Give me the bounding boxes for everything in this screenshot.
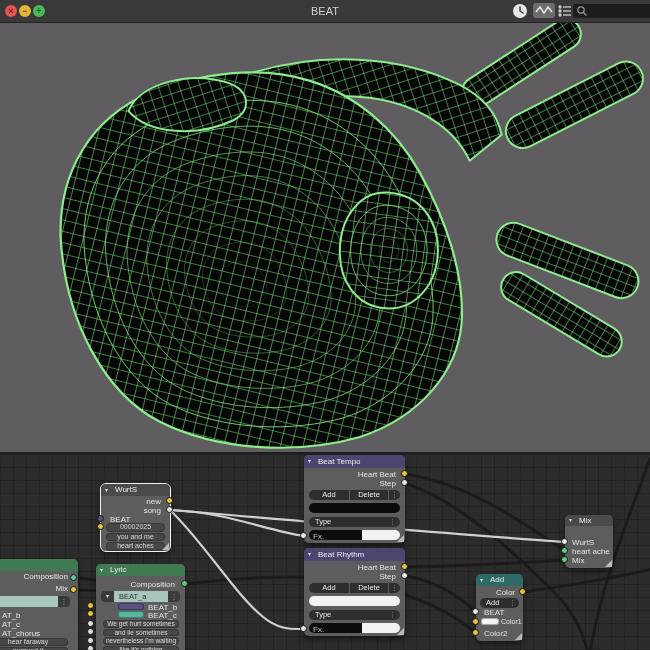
socket-mix-heartache-in[interactable] — [561, 547, 568, 554]
collapse-icon[interactable]: ▾ — [100, 564, 103, 576]
socket-lyric-line-in[interactable] — [87, 620, 94, 627]
socket-wurts-song-out[interactable] — [166, 506, 173, 513]
collapse-icon[interactable]: ▾ — [569, 515, 572, 526]
socket-mix-mix-in[interactable] — [561, 556, 568, 563]
node-beat-rhythm[interactable]: ▾ Beat Rhythm Heart Beat Step Add Delete… — [304, 548, 405, 636]
lyric-value-pill[interactable]: hear faraway — [0, 638, 68, 646]
beat-c-color-swatch[interactable] — [118, 611, 144, 618]
lyric-value-pill[interactable]: nevertheless I'm waiting — [103, 637, 179, 645]
type-dropdown[interactable]: Type — [309, 610, 400, 620]
socket-rhythm-step-out[interactable] — [401, 572, 408, 579]
node-add[interactable]: ▾ Add Color Add ⋮ BEAT Color1 Color2 — [476, 574, 523, 641]
node-add-header[interactable]: ▾ Add — [476, 574, 523, 586]
sequence-bar[interactable] — [309, 596, 400, 606]
socket-add-color-out[interactable] — [519, 588, 526, 595]
viewport-3d[interactable] — [0, 23, 650, 452]
fx-label: Fx. — [313, 532, 324, 541]
socket-wurts-new-out[interactable] — [166, 497, 173, 504]
selector-menu-icon[interactable]: ⋮ — [168, 591, 180, 602]
input-label: heart ache — [572, 547, 610, 556]
collapse-icon[interactable]: ▾ — [480, 574, 483, 586]
selector-dropdown-icon[interactable]: ▾ — [101, 591, 114, 602]
resize-grip[interactable] — [162, 543, 169, 550]
socket-rhythm-heartbeat-out[interactable] — [401, 563, 408, 570]
socket-tempo-heartbeat-out[interactable] — [401, 470, 408, 477]
socket-lyric-composition-out[interactable] — [181, 580, 188, 587]
output-label: song — [144, 506, 161, 515]
node-lyric[interactable]: ▾ Lyric Composition ▾ BEAT_a ⋮ BEAT_b BE… — [96, 564, 185, 650]
socket-lyric-beatb-in[interactable] — [87, 602, 94, 609]
wire-rhythm-step-to-add[interactable] — [405, 576, 476, 612]
output-label: Heart Beat — [358, 470, 396, 479]
node-title: Add — [490, 575, 504, 584]
signal-toggle[interactable] — [533, 3, 555, 18]
menu-dots-icon[interactable]: ⋮ — [389, 583, 400, 593]
socket-tempo-step-out[interactable] — [401, 479, 408, 486]
collapse-icon[interactable]: ▾ — [308, 455, 311, 468]
color1-swatch[interactable] — [481, 618, 499, 625]
node-lyric-header[interactable]: ▾ Lyric — [96, 564, 185, 576]
socket-add-color1-in[interactable] — [472, 618, 479, 625]
output-label: new — [146, 497, 161, 506]
socket-left-mix-out[interactable] — [70, 586, 77, 593]
node-title: Beat Rhythm — [318, 550, 364, 559]
value-pill[interactable]: heart aches — [106, 542, 165, 551]
resize-grip[interactable] — [397, 628, 404, 635]
resize-grip[interactable] — [397, 535, 404, 542]
lyric-selector-field[interactable]: BEAT_a — [114, 591, 173, 602]
socket-lyric-beatc-in[interactable] — [87, 610, 94, 617]
node-left-partial[interactable]: Composition Mix ⋮ AT_b AT_c AT_chorus he… — [0, 559, 78, 650]
socket-lyric-line-in[interactable] — [87, 645, 94, 650]
input-label: Color2 — [484, 629, 508, 638]
socket-wurts-value-in[interactable] — [97, 523, 104, 530]
output-label: Step — [380, 572, 396, 581]
socket-add-beat-in[interactable] — [472, 608, 479, 615]
collapse-icon[interactable]: ▾ — [105, 484, 108, 496]
menu-dots-icon[interactable]: ⋮ — [389, 490, 400, 500]
collapse-icon[interactable]: ▾ — [308, 548, 311, 561]
value-pill[interactable]: 00002025 — [106, 523, 165, 532]
delete-button[interactable]: Delete — [350, 583, 388, 593]
search-icon — [576, 5, 588, 17]
split-bar-light[interactable] — [362, 530, 400, 540]
output-label: Step — [380, 479, 396, 488]
node-mix-header[interactable]: ▾ Mix — [565, 515, 613, 526]
socket-left-composition-out[interactable] — [70, 574, 77, 581]
node-wurts[interactable]: ▾ WurtS new song BEAT 00002025 you and m… — [101, 484, 170, 551]
node-mix[interactable]: ▾ Mix WurtS heart ache Mix — [565, 515, 613, 568]
node-beat-tempo-header[interactable]: ▾ Beat Tempo — [304, 455, 405, 468]
add-button[interactable]: Add — [309, 583, 349, 593]
node-editor[interactable]: Composition Mix ⋮ AT_b AT_c AT_chorus he… — [0, 452, 650, 650]
socket-rhythm-fx-in[interactable] — [300, 625, 307, 632]
lyric-value-pill[interactable]: like it's nothing — [103, 646, 179, 650]
wire-rhythm-heartbeat-to-mix[interactable] — [405, 560, 565, 567]
node-title: Beat Tempo — [318, 457, 361, 466]
node-beat-tempo[interactable]: ▾ Beat Tempo Heart Beat Step Add Delete … — [304, 455, 405, 543]
selector-menu-icon[interactable]: ⋮ — [58, 596, 70, 607]
type-dropdown[interactable]: Type — [309, 517, 400, 527]
node-wurts-header[interactable]: ▾ WurtS — [101, 484, 170, 496]
resize-grip[interactable] — [515, 633, 522, 640]
resize-grip[interactable] — [605, 560, 612, 567]
wire-song-to-rhythm-fx[interactable] — [170, 510, 304, 629]
socket-mix-wurts-in[interactable] — [561, 538, 568, 545]
add-button[interactable]: Add — [309, 490, 349, 500]
list-icon[interactable] — [558, 3, 572, 19]
socket-lyric-line-in[interactable] — [87, 628, 94, 635]
socket-tempo-fx-in[interactable] — [300, 532, 307, 539]
socket-add-color2-in[interactable] — [472, 629, 479, 636]
sequence-bar[interactable] — [309, 503, 400, 513]
beat-b-color-swatch[interactable] — [118, 603, 144, 610]
node-beat-rhythm-header[interactable]: ▾ Beat Rhythm — [304, 548, 405, 561]
lyric-value-pill[interactable]: We get hurt sometimes — [103, 620, 179, 628]
socket-wurts-beat-in[interactable] — [97, 515, 104, 522]
lyric-value-pill[interactable]: and lie sometimes — [103, 629, 179, 637]
clock-icon[interactable] — [512, 3, 528, 19]
dropdown-arrow-icon: ⋮ — [389, 611, 396, 619]
delete-button[interactable]: Delete — [350, 490, 388, 500]
socket-lyric-line-in[interactable] — [87, 637, 94, 644]
lyric-selector-field[interactable] — [0, 596, 61, 607]
node-left-header[interactable] — [0, 559, 78, 571]
split-bar-light[interactable] — [362, 623, 400, 633]
value-pill[interactable]: you and me — [106, 533, 165, 542]
